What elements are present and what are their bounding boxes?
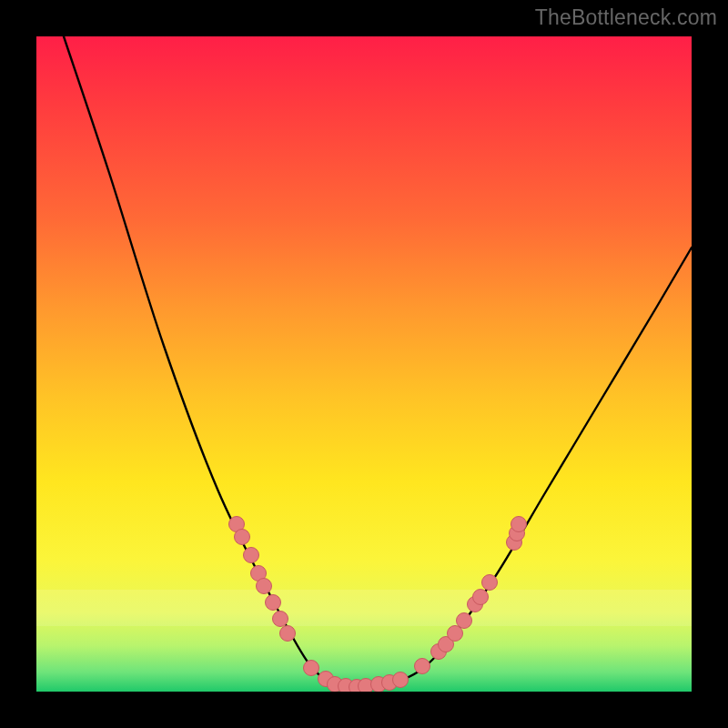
bottleneck-curve [64,36,692,687]
scatter-dots [229,517,527,693]
curve-svg [36,36,692,692]
scatter-dot [273,612,288,627]
watermark-text: TheBottleneck.com [535,5,717,30]
scatter-dot [393,672,409,688]
scatter-dot [415,659,430,674]
scatter-dot [244,548,259,563]
scatter-dot [266,595,281,611]
scatter-dot [511,517,527,532]
scatter-dot [457,613,472,629]
scatter-dot [257,579,272,594]
scatter-dot [235,530,250,545]
scatter-dot [473,590,489,605]
scatter-dot [482,575,498,591]
scatter-dot [304,661,319,676]
chart-frame: TheBottleneck.com [0,0,728,728]
scatter-dot [280,626,296,642]
scatter-dot [448,626,463,642]
plot-area [36,36,692,692]
